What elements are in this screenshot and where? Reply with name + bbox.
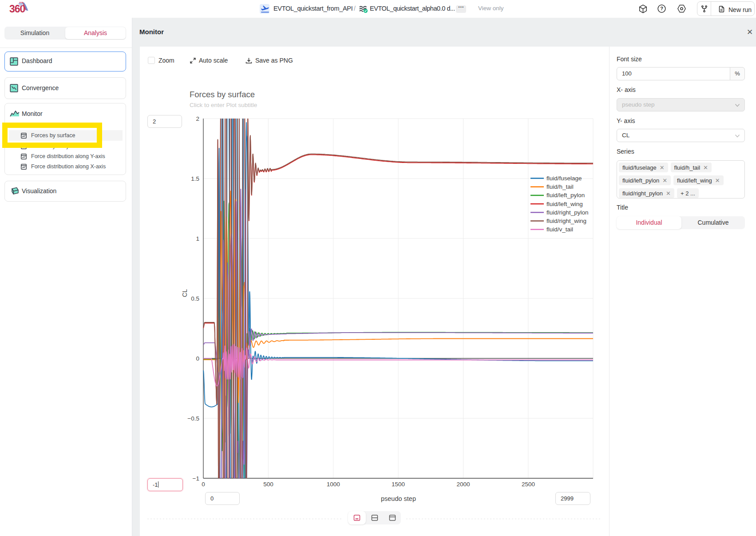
svg-text:?: ? [660,6,663,11]
